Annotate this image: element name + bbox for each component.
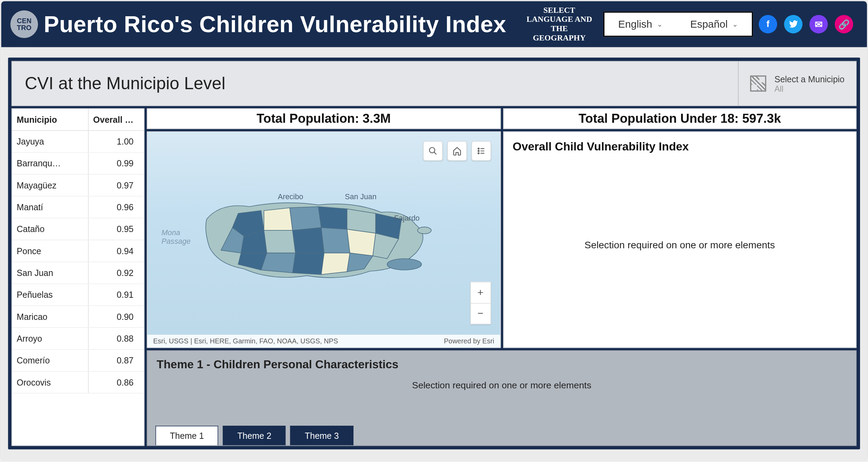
map-panel[interactable]: Arecibo San Juan Fajardo Mona Passage: [147, 131, 501, 348]
cell-value: 0.92: [88, 262, 144, 284]
top-bar: CEN TRO Puerto Rico's Children Vulnerabi…: [1, 1, 867, 47]
dashboard-header: CVI at the Municipio Level Select a Muni…: [11, 61, 857, 106]
twitter-icon: [789, 20, 798, 29]
stat-total-pop: Total Population: 3.3M: [147, 108, 501, 129]
zoom-in-button[interactable]: +: [471, 282, 490, 303]
link-icon: 🔗: [838, 19, 850, 30]
language-option-espanol[interactable]: Español ⌄: [676, 13, 752, 36]
chart-panel: Overall Child Vulnerability Index Select…: [503, 131, 857, 348]
table-row[interactable]: Cataño0.95: [12, 218, 144, 240]
chart-title: Overall Child Vulnerability Index: [503, 132, 856, 161]
table-row[interactable]: Barranqu…0.99: [12, 153, 144, 174]
svg-point-1: [387, 259, 421, 270]
table-row[interactable]: Peñuelas0.91: [12, 284, 144, 306]
cell-municipio: Comerío: [12, 350, 88, 371]
dashboard-body: CVI at the Municipio Level Select a Muni…: [1, 47, 867, 460]
municipio-table: Municipio Overall V… Jayuya1.00Barranqu……: [11, 108, 144, 446]
map-footer: Esri, USGS | Esri, HERE, Garmin, FAO, NO…: [147, 335, 500, 348]
cell-value: 0.91: [88, 284, 144, 305]
theme-tabs: Theme 1Theme 2Theme 3: [155, 426, 353, 445]
table-row[interactable]: Jayuya1.00: [12, 131, 144, 153]
cell-value: 0.94: [88, 240, 144, 262]
link-button[interactable]: 🔗: [835, 15, 853, 33]
email-button[interactable]: ✉: [809, 15, 828, 33]
legend-icon: [477, 146, 486, 156]
cell-value: 0.87: [88, 350, 144, 371]
chart-empty-message: Selection required on one or more elemen…: [503, 240, 856, 251]
theme-title: Theme 1 - Children Personal Characterist…: [147, 351, 856, 375]
tab-theme-2[interactable]: Theme 2: [223, 426, 286, 445]
svg-point-2: [429, 147, 435, 153]
table-body[interactable]: Jayuya1.00Barranqu…0.99Mayagüez0.97Manat…: [12, 131, 144, 445]
map-attribution: Esri, USGS | Esri, HERE, Garmin, FAO, NO…: [153, 337, 338, 345]
dashboard-lower: Municipio Overall V… Jayuya1.00Barranqu……: [11, 108, 857, 446]
cell-value: 0.96: [88, 196, 144, 218]
cell-municipio: Barranqu…: [12, 153, 88, 174]
theme-panel: Theme 1 - Children Personal Characterist…: [147, 350, 857, 446]
map-label-mona: Mona Passage: [161, 229, 190, 246]
zoom-out-button[interactable]: −: [471, 303, 490, 324]
table-row[interactable]: Ponce0.94: [12, 240, 144, 262]
svg-line-3: [434, 152, 436, 155]
table-row[interactable]: Manatí0.96: [12, 196, 144, 218]
map-powered-by: Powered by Esri: [444, 337, 494, 345]
map-label-fajardo: Fajardo: [394, 214, 419, 222]
chevron-down-icon: ⌄: [732, 20, 738, 28]
chevron-down-icon: ⌄: [657, 20, 663, 28]
map-shape: [204, 196, 433, 287]
language-note: SELECT LANGUAGE AND THE GEOGRAPHY: [523, 6, 595, 43]
cell-value: 0.86: [88, 372, 144, 393]
table-row[interactable]: San Juan0.92: [12, 262, 144, 284]
app-window: CEN TRO Puerto Rico's Children Vulnerabi…: [0, 0, 868, 461]
map-legend-button[interactable]: [471, 141, 491, 161]
language-label: English: [618, 18, 652, 30]
svg-point-4: [478, 148, 479, 149]
dashboard-title: CVI at the Municipio Level: [12, 74, 738, 93]
right-column: Total Population: 3.3M Total Population …: [147, 108, 857, 446]
logo-text: CEN TRO: [17, 17, 31, 31]
col-header-value[interactable]: Overall V…: [88, 109, 144, 130]
col-header-municipio[interactable]: Municipio: [12, 109, 88, 130]
map-label-arecibo: Arecibo: [278, 192, 303, 201]
selector-label: Select a Municipio: [774, 74, 845, 84]
selector-icon: [750, 75, 766, 92]
map-label-sanjuan: San Juan: [345, 192, 377, 201]
cell-municipio: Peñuelas: [12, 284, 88, 305]
language-selector: English ⌄ Español ⌄: [603, 11, 753, 37]
map-home-button[interactable]: [447, 141, 467, 161]
table-row[interactable]: Orocovis0.86: [12, 372, 144, 394]
language-option-english[interactable]: English ⌄: [604, 13, 676, 36]
selector-labels: Select a Municipio All: [774, 74, 845, 93]
cell-municipio: Manatí: [12, 196, 88, 218]
stat-label: Total Population Under 18: 597.3k: [578, 111, 781, 126]
twitter-button[interactable]: [784, 15, 802, 33]
language-label: Español: [690, 18, 727, 30]
svg-point-6: [478, 150, 479, 151]
map-zoom-stack: + −: [470, 282, 491, 324]
municipio-selector[interactable]: Select a Municipio All: [738, 62, 856, 105]
search-icon: [428, 146, 437, 156]
facebook-button[interactable]: f: [759, 15, 777, 33]
cell-value: 0.97: [88, 175, 144, 196]
cell-value: 0.95: [88, 218, 144, 240]
tab-theme-1[interactable]: Theme 1: [155, 426, 218, 445]
selector-value: All: [774, 84, 845, 93]
cell-municipio: Mayagüez: [12, 175, 88, 196]
logo-badge: CEN TRO: [10, 10, 38, 38]
cell-municipio: Orocovis: [12, 372, 88, 393]
minus-icon: −: [478, 308, 484, 320]
table-row[interactable]: Mayagüez0.97: [12, 175, 144, 196]
stats-row: Total Population: 3.3M Total Population …: [147, 108, 857, 129]
table-row[interactable]: Comerío0.87: [12, 350, 144, 371]
home-icon: [452, 146, 462, 156]
table-row[interactable]: Arroyo0.88: [12, 328, 144, 350]
svg-point-0: [417, 227, 431, 234]
map-search-button[interactable]: [423, 141, 443, 161]
cell-value: 0.90: [88, 306, 144, 327]
cell-value: 1.00: [88, 131, 144, 152]
cell-municipio: Arroyo: [12, 328, 88, 349]
tab-theme-3[interactable]: Theme 3: [290, 426, 353, 445]
map-toolbar: [423, 141, 491, 161]
table-row[interactable]: Maricao0.90: [12, 306, 144, 328]
theme-empty-message: Selection required on one or more elemen…: [147, 380, 856, 391]
